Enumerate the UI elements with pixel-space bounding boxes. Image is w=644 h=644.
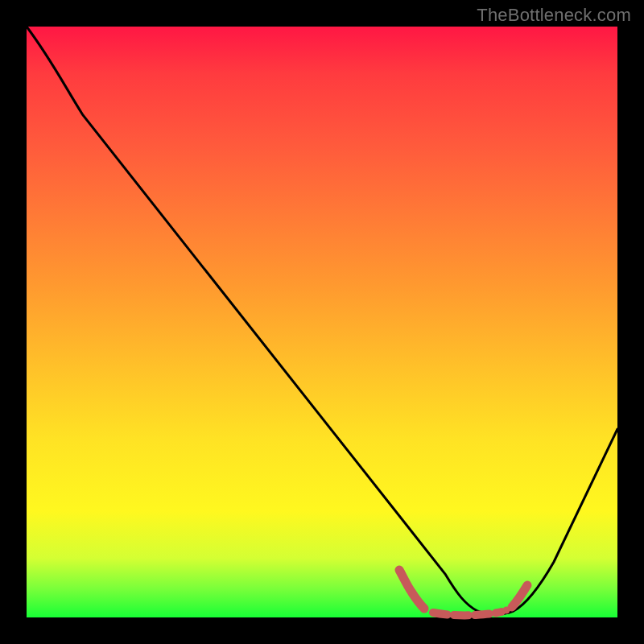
optimal-range-marker-left bbox=[399, 570, 424, 609]
watermark-text: TheBottleneck.com bbox=[477, 5, 631, 26]
optimal-range-dot bbox=[503, 607, 510, 614]
bottleneck-curve bbox=[27, 27, 617, 615]
chart-frame: TheBottleneck.com bbox=[0, 0, 644, 644]
chart-svg bbox=[27, 27, 617, 617]
optimal-range-marker-mid bbox=[433, 612, 502, 615]
